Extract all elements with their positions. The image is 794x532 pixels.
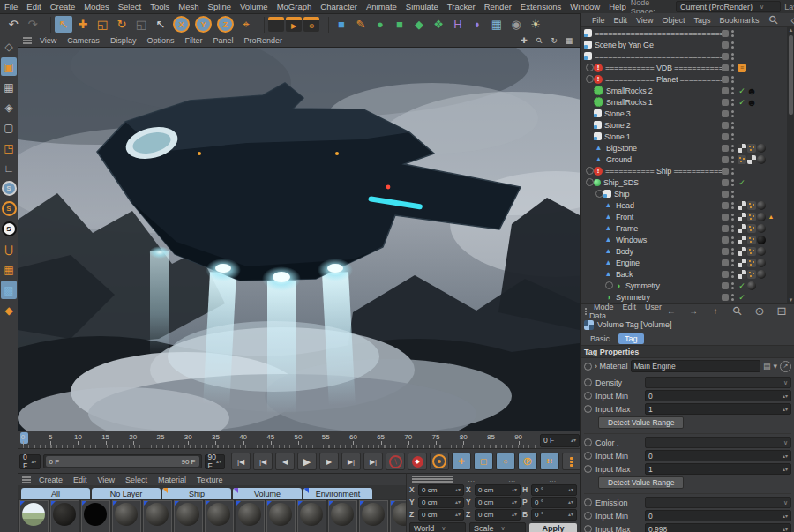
menu-volume[interactable]: Volume xyxy=(236,2,273,11)
key-pla-button[interactable]: ∷ xyxy=(540,453,559,470)
material-thumbnail[interactable] xyxy=(297,500,326,532)
timeline-ruler[interactable]: 051015202530354045505560657075808590 0 F… xyxy=(18,431,580,449)
visibility-dots-icon[interactable] xyxy=(731,87,734,94)
snap-3d-icon[interactable]: S xyxy=(2,201,17,216)
visibility-dots-icon[interactable] xyxy=(731,30,734,37)
layer-square-icon[interactable] xyxy=(722,271,729,278)
object-row-smallrocks-1[interactable]: SmallRocks 1✓☻ xyxy=(581,96,794,108)
menu-create[interactable]: Create xyxy=(34,476,68,484)
menu-cameras[interactable]: Cameras xyxy=(62,36,105,45)
visibility-dots-icon[interactable] xyxy=(731,259,734,266)
layer-square-icon[interactable] xyxy=(722,76,729,83)
input-max-field[interactable]: 1▴▾ xyxy=(645,403,791,415)
material-thumbnail[interactable] xyxy=(236,500,265,532)
enabled-check-icon[interactable]: ✓ xyxy=(738,98,746,107)
menu-file[interactable]: File xyxy=(0,2,22,11)
current-frame-field[interactable]: 0 F▴▾ xyxy=(540,434,580,447)
visibility-dots-icon[interactable] xyxy=(731,110,734,117)
object-row-symmetry[interactable]: ◑Symmetry✓ xyxy=(581,280,794,291)
polygons-mode-icon[interactable]: ◳ xyxy=(1,139,17,157)
layer-square-icon[interactable] xyxy=(722,145,729,152)
visibility-dots-icon[interactable] xyxy=(731,145,734,152)
panel-menu-icon[interactable] xyxy=(585,308,587,315)
visibility-dots-icon[interactable] xyxy=(731,64,734,71)
animation-dot-icon[interactable] xyxy=(584,452,592,460)
layer-tab-environment[interactable]: Environment xyxy=(303,488,372,499)
material-tag-icon[interactable] xyxy=(757,155,766,164)
coordinate-mode-select[interactable]: Scale∨ xyxy=(469,522,526,532)
layer-square-icon[interactable] xyxy=(722,87,729,94)
material-tag-icon[interactable] xyxy=(757,144,766,153)
object-row-ground[interactable]: ▲Ground xyxy=(581,154,794,165)
display-tag-icon[interactable]: ☻ xyxy=(747,98,756,107)
scale-tool-icon[interactable]: ◱ xyxy=(94,16,111,33)
generator-icon[interactable]: ■ xyxy=(391,16,408,33)
keyframe-selection-button[interactable] xyxy=(430,453,449,470)
material-thumbnail[interactable] xyxy=(19,500,49,532)
forward-icon[interactable]: → xyxy=(685,303,702,319)
autokey-button[interactable]: ◆ xyxy=(408,453,427,470)
coordinate-field-b-2[interactable]: 0 °▴▾ xyxy=(531,509,577,521)
object-row-head[interactable]: ▲Head xyxy=(581,199,794,211)
visibility-dots-icon[interactable] xyxy=(731,76,734,83)
prev-frame-button[interactable]: ◀ xyxy=(275,453,295,470)
render-view-icon[interactable] xyxy=(268,17,284,32)
object-row-item[interactable]: ============================== xyxy=(581,27,794,39)
object-row-symmetry[interactable]: ◑Symmetry✓ xyxy=(581,291,794,303)
node-editor-icon[interactable]: ↗ xyxy=(780,361,791,372)
coordinate-field-z-1[interactable]: 0 cm▴▾ xyxy=(475,509,521,521)
phong-tag-icon[interactable] xyxy=(747,213,756,221)
menu-panel[interactable]: Panel xyxy=(207,36,238,45)
chevron-down-icon[interactable]: ▾ xyxy=(773,362,777,371)
layer-tab-no-layer[interactable]: No Layer xyxy=(92,488,161,499)
next-frame-button[interactable]: ▶ xyxy=(319,453,339,470)
selection-tag-icon[interactable]: ▲ xyxy=(767,213,775,221)
search-icon[interactable]: ⚲ xyxy=(729,303,746,319)
coordinate-field-z-0[interactable]: 0 cm▴▾ xyxy=(418,509,464,521)
menu-character[interactable]: Character xyxy=(316,2,362,11)
menu-filter[interactable]: Filter xyxy=(179,36,207,45)
object-row-body[interactable]: ▲Body xyxy=(581,245,794,257)
object-row-ship[interactable]: Ship xyxy=(581,188,794,199)
material-thumbnail[interactable] xyxy=(143,500,172,532)
expand-icon[interactable] xyxy=(586,64,594,71)
menu-file[interactable]: File xyxy=(588,16,610,25)
menu-prorender[interactable]: ProRender xyxy=(238,36,288,45)
orbit-view-icon[interactable]: ↻ xyxy=(549,35,559,46)
animation-dot-icon[interactable] xyxy=(584,512,592,520)
animation-dot-icon[interactable] xyxy=(584,498,592,506)
object-row-bigstone[interactable]: ▲BigStone xyxy=(581,142,794,154)
spline-pen-icon[interactable]: ✎ xyxy=(352,16,370,33)
layer-square-icon[interactable] xyxy=(722,122,729,129)
toggle-view-icon[interactable]: ▦ xyxy=(564,35,574,46)
layer-square-icon[interactable] xyxy=(722,168,729,175)
axis-mode-icon[interactable]: ∟ xyxy=(1,159,17,177)
visibility-dots-icon[interactable] xyxy=(731,41,734,49)
layer-square-icon[interactable] xyxy=(722,53,729,60)
tab-basic[interactable]: Basic xyxy=(584,333,616,344)
panel-icon[interactable]: ⊟ xyxy=(773,303,790,319)
menu-display[interactable]: Display xyxy=(105,36,142,45)
emission-dropdown[interactable]: ∨ xyxy=(645,497,791,508)
next-key-button[interactable]: ▶| xyxy=(341,453,361,470)
input-min-field[interactable]: 0▴▾ xyxy=(645,390,791,401)
expand-icon[interactable] xyxy=(596,190,603,198)
layer-square-icon[interactable] xyxy=(722,64,729,71)
menu-select[interactable]: Select xyxy=(114,2,146,11)
coordinate-system-select[interactable]: World∨ xyxy=(409,522,466,532)
workplane-grid-icon[interactable]: ▩ xyxy=(1,281,17,299)
layer-square-icon[interactable] xyxy=(722,41,729,49)
menu-view[interactable]: View xyxy=(632,16,657,25)
menu-render[interactable]: Render xyxy=(480,2,516,11)
grid-snap-icon[interactable]: ▦ xyxy=(1,260,17,279)
snap-toggle-icon[interactable]: S xyxy=(2,181,17,196)
material-thumbnail[interactable] xyxy=(112,500,141,532)
key-rotation-button[interactable]: ○ xyxy=(496,453,515,470)
undo-icon[interactable]: ↶ xyxy=(4,16,22,33)
density-dropdown[interactable]: ∨ xyxy=(645,377,791,388)
layer-square-icon[interactable] xyxy=(722,248,729,255)
pan-view-icon[interactable]: ✚ xyxy=(519,35,529,46)
object-row-front[interactable]: ▲Front▲ xyxy=(581,211,794,222)
object-row-stone-2[interactable]: Stone 2 xyxy=(581,119,794,131)
goto-end-button[interactable]: ▶| xyxy=(363,453,383,470)
